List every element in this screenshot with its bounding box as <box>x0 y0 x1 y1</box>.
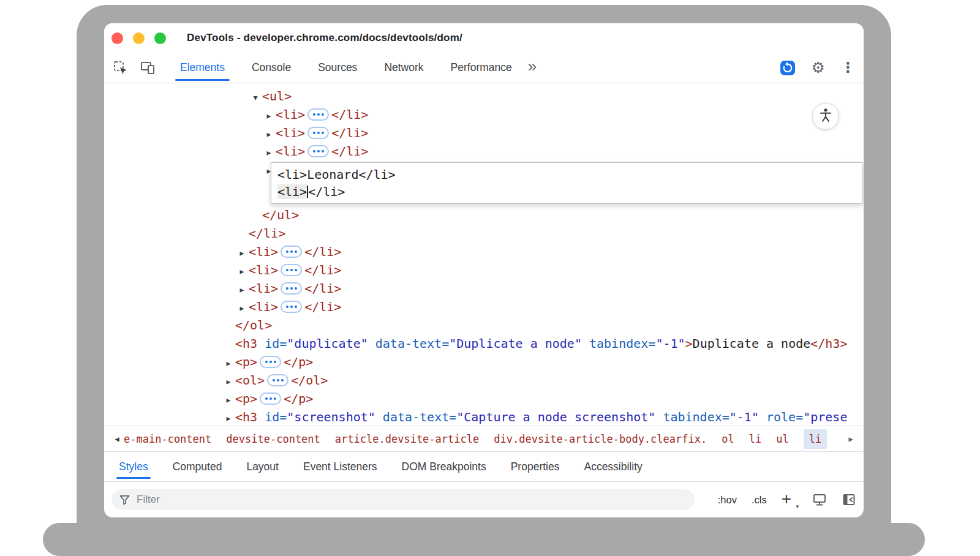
close-window-button[interactable] <box>111 32 123 44</box>
monitor-icon[interactable] <box>812 492 827 507</box>
more-tabs-icon[interactable]: » <box>528 57 537 76</box>
token-val: "Duplicate a node" <box>449 336 582 351</box>
tree-row[interactable]: ▸<li></li> <box>104 105 864 124</box>
expander-closed-icon[interactable]: ▸ <box>235 244 249 262</box>
breadcrumb-item[interactable]: div.devsite-article-body.clearfix. <box>494 433 707 445</box>
tab-performance[interactable]: Performance <box>437 53 526 83</box>
tab-dom-breakpoints[interactable]: DOM Breakpoints <box>390 452 499 481</box>
tree-row[interactable]: ▸<li></li> <box>104 279 864 298</box>
expander-closed-icon[interactable]: ▸ <box>235 262 249 280</box>
styles-filter-bar: :hov .cls + ▾ <box>104 481 864 517</box>
token-val: "-1" <box>729 410 759 424</box>
minimize-window-button[interactable] <box>133 32 145 44</box>
toggle-classes-button[interactable]: .cls <box>752 494 767 506</box>
expander-closed-icon[interactable]: ▸ <box>222 354 235 372</box>
ellipsis-expand-button[interactable] <box>281 246 302 258</box>
tree-row[interactable]: ▸<li></li> <box>104 124 864 142</box>
tree-row[interactable]: ▸<p></p> <box>104 389 864 408</box>
breadcrumb-item[interactable]: li <box>749 433 761 445</box>
expander-closed-icon[interactable]: ▸ <box>235 280 249 299</box>
ellipsis-expand-button[interactable] <box>307 145 329 157</box>
token-tag: </ol> <box>291 373 328 388</box>
token-tag: <li> <box>249 83 278 85</box>
breadcrumb-item[interactable]: ol <box>722 433 734 445</box>
token-tag: <ul> <box>262 89 292 103</box>
tab-styles[interactable]: Styles <box>107 452 160 481</box>
settings-gear-icon[interactable]: ⚙ <box>812 60 825 75</box>
tab-accessibility[interactable]: Accessibility <box>571 452 654 481</box>
token-tag: <p> <box>235 355 257 369</box>
breadcrumb-item[interactable]: article.devsite-article <box>335 433 479 445</box>
token-tag: </ul> <box>262 208 299 222</box>
main-toolbar: ElementsConsoleSourcesNetworkPerformance… <box>104 53 864 83</box>
breadcrumb-item[interactable]: e-main-content <box>124 433 211 445</box>
ellipsis-expand-button[interactable] <box>260 356 281 368</box>
tree-row[interactable]: ▸<h3 id="screenshot" data-text="Capture … <box>104 408 864 426</box>
tree-row[interactable]: ▸<p></p> <box>104 353 864 371</box>
expander-closed-icon[interactable]: ▸ <box>222 391 235 409</box>
styles-filter-input[interactable] <box>137 494 687 506</box>
token-tag: <li> <box>249 281 278 296</box>
tree-row[interactable]: </li> <box>104 224 864 242</box>
token-tag: </li> <box>331 144 368 159</box>
token-tag: </p> <box>284 391 313 406</box>
collapse-sidebar-icon[interactable] <box>842 492 856 507</box>
ellipsis-expand-button[interactable] <box>260 393 281 405</box>
expander-closed-icon[interactable]: ▸ <box>262 143 276 162</box>
new-style-rule-button[interactable]: + ▾ <box>782 493 797 507</box>
breadcrumb-back-icon[interactable]: ◀ <box>110 435 124 443</box>
styles-filter[interactable] <box>111 489 695 510</box>
expander-closed-icon[interactable]: ▸ <box>235 299 249 317</box>
expander-closed-icon[interactable]: ▸ <box>262 125 276 143</box>
inspect-element-icon[interactable] <box>113 60 129 76</box>
tree-row[interactable]: ▸<li></li> <box>104 261 864 279</box>
expander-closed-icon[interactable]: ▸ <box>262 107 276 125</box>
toggle-element-state-button[interactable]: :hov <box>718 494 737 506</box>
tree-row[interactable]: </ol> <box>104 316 864 334</box>
tree-row[interactable]: <h3 id="duplicate" data-text="Duplicate … <box>104 334 864 353</box>
token-tag: </li> <box>249 226 285 241</box>
breadcrumb-forward-icon[interactable]: ▶ <box>844 435 858 443</box>
breadcrumb-item[interactable]: ul <box>776 433 788 445</box>
token-attr: data-text= <box>375 410 456 424</box>
tree-row[interactable]: ▸<li></li> <box>104 298 864 316</box>
sync-icon[interactable] <box>780 60 796 76</box>
expander-closed-icon[interactable]: ▸ <box>222 409 235 426</box>
ellipsis-expand-button[interactable] <box>281 301 302 313</box>
accessibility-fab[interactable] <box>812 103 839 130</box>
tree-row[interactable]: ▸<ol></ol> <box>104 371 864 389</box>
tab-network[interactable]: Network <box>371 53 437 83</box>
expander-open-icon[interactable]: ▾ <box>249 88 262 107</box>
dom-tree[interactable]: ▾<li>▾<ul>▸<li></li>▸<li></li>▸<li></li>… <box>104 83 864 426</box>
window-titlebar: DevTools - developer.chrome.com/docs/dev… <box>104 23 864 53</box>
breadcrumb-item[interactable]: li <box>804 429 827 449</box>
ellipsis-expand-button[interactable] <box>281 264 302 276</box>
ellipsis-expand-button[interactable] <box>267 374 288 386</box>
token-tag: </li> <box>331 126 368 140</box>
edit-as-html-box[interactable]: <li>Leonard</li><li></li> <box>271 162 862 204</box>
filter-funnel-icon <box>119 494 130 506</box>
expander-closed-icon[interactable]: ▸ <box>222 372 235 391</box>
tab-sources[interactable]: Sources <box>304 53 371 83</box>
token-attr: id= <box>257 336 287 351</box>
tab-computed[interactable]: Computed <box>160 452 235 481</box>
tree-row[interactable]: </ul> <box>104 206 864 224</box>
ellipsis-expand-button[interactable] <box>281 282 302 295</box>
ellipsis-expand-button[interactable] <box>307 108 329 121</box>
tab-console[interactable]: Console <box>238 53 304 83</box>
ellipsis-expand-button[interactable] <box>307 127 329 139</box>
breadcrumb-item[interactable]: devsite-content <box>226 433 320 445</box>
menu-kebab-icon[interactable]: ⋮ <box>841 61 855 75</box>
expander-open-icon[interactable]: ▾ <box>235 83 249 88</box>
tree-row[interactable]: ▸<li>Leonard</li><li></li> <box>104 160 864 206</box>
tab-event-listeners[interactable]: Event Listeners <box>291 452 390 481</box>
tab-layout[interactable]: Layout <box>234 452 291 481</box>
tree-row[interactable]: ▾<ul> <box>104 87 864 105</box>
tree-row[interactable]: ▸<li></li> <box>104 242 864 261</box>
tab-elements[interactable]: Elements <box>167 53 238 83</box>
token-attr: tabindex= <box>655 410 729 424</box>
toggle-device-toolbar-icon[interactable] <box>140 60 156 76</box>
zoom-window-button[interactable] <box>154 32 166 44</box>
tree-row[interactable]: ▸<li></li> <box>104 142 864 160</box>
tab-properties[interactable]: Properties <box>499 452 572 481</box>
